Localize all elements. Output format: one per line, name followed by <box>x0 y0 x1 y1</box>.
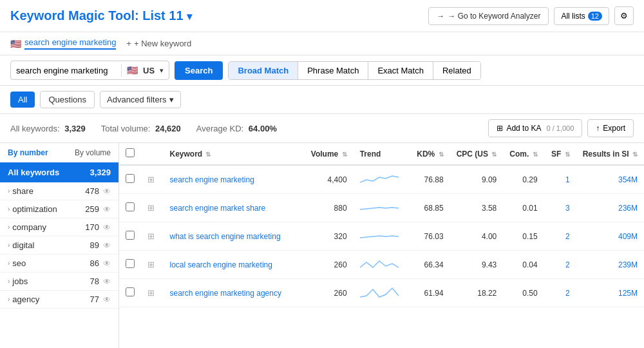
eye-icon[interactable]: 👁 <box>103 277 111 286</box>
row-checkbox[interactable] <box>126 287 135 296</box>
country-dropdown-icon[interactable]: ▾ <box>160 66 164 75</box>
row-add-cell: ⊞ <box>141 251 163 279</box>
eye-icon[interactable]: 👁 <box>103 223 111 232</box>
by-number-button[interactable]: By number <box>8 148 48 157</box>
results-sort-icon: ⇅ <box>632 151 638 158</box>
broad-match-button[interactable]: Broad Match <box>229 62 298 79</box>
col-header-keyword[interactable]: Keyword ⇅ <box>163 143 301 165</box>
eye-icon[interactable]: 👁 <box>103 187 111 196</box>
sf-link[interactable]: 2 <box>565 260 570 269</box>
row-sf-cell: 3 <box>544 194 576 222</box>
row-add-cell: ⊞ <box>141 194 163 222</box>
keyword-link[interactable]: search engine marketing <box>169 175 254 184</box>
add-to-list-icon[interactable]: ⊞ <box>147 175 155 184</box>
table-row: ⊞ what is search engine marketing 320 76… <box>119 222 644 251</box>
col-header-results[interactable]: Results in SI ⇅ <box>576 143 644 165</box>
add-to-list-icon[interactable]: ⊞ <box>147 231 155 241</box>
eye-icon[interactable]: 👁 <box>103 295 111 304</box>
col-header-com[interactable]: Com. ⇅ <box>503 143 544 165</box>
all-lists-button[interactable]: All lists 12 <box>554 7 609 25</box>
add-to-list-icon[interactable]: ⊞ <box>147 260 155 269</box>
eye-icon[interactable]: 👁 <box>103 259 111 268</box>
search-input[interactable] <box>16 66 116 75</box>
eye-icon[interactable]: 👁 <box>103 241 111 250</box>
phrase-match-button[interactable]: Phrase Match <box>298 62 368 79</box>
row-volume-cell: 260 <box>302 279 354 307</box>
row-com-cell: 0.15 <box>503 222 544 251</box>
sf-sort-icon: ⇅ <box>565 151 570 158</box>
row-com-cell: 0.04 <box>503 251 544 279</box>
row-sf-cell: 2 <box>544 279 576 307</box>
by-volume-button[interactable]: By volume <box>75 148 111 157</box>
settings-button[interactable]: ⚙ <box>614 6 634 25</box>
row-keyword-cell: search engine marketing <box>163 165 301 194</box>
row-cpc-cell: 3.58 <box>450 194 504 222</box>
keyword-link[interactable]: what is search engine marketing <box>169 232 280 241</box>
add-to-list-icon[interactable]: ⊞ <box>147 203 155 213</box>
advanced-filters-dropdown[interactable]: Advanced filters ▾ <box>100 91 181 108</box>
row-kd-cell: 76.88 <box>405 165 450 194</box>
row-kd-cell: 76.03 <box>405 222 450 251</box>
sidebar-item[interactable]: › company 170 👁 <box>0 218 118 237</box>
title-chevron[interactable]: ▾ <box>187 11 192 22</box>
export-button[interactable]: ↑ Export <box>587 119 634 137</box>
row-trend-cell <box>354 194 405 222</box>
sf-link[interactable]: 2 <box>565 289 570 298</box>
related-button[interactable]: Related <box>433 62 480 79</box>
col-header-volume[interactable]: Volume ⇅ <box>302 143 354 165</box>
col-header-sf[interactable]: SF ⇅ <box>544 143 576 165</box>
search-button[interactable]: Search <box>175 61 223 80</box>
keyword-link[interactable]: local search engine marketing <box>169 260 272 269</box>
chevron-right-icon: › <box>8 260 10 267</box>
questions-filter-button[interactable]: Questions <box>40 91 95 108</box>
com-sort-icon: ⇅ <box>533 151 538 158</box>
col-header-check <box>119 143 141 165</box>
chevron-right-icon: › <box>8 242 10 249</box>
keyword-link[interactable]: search engine marketing agency <box>169 289 281 298</box>
sidebar-item-count: 77 <box>90 295 99 304</box>
col-header-cpc[interactable]: CPC (US ⇅ <box>450 143 504 165</box>
sidebar-item[interactable]: › share 478 👁 <box>0 182 118 200</box>
sidebar-item-label: agency <box>12 295 39 304</box>
stats-info: All keywords: 3,329 Total volume: 24,620… <box>10 124 277 133</box>
sidebar-all-keywords[interactable]: All keywords 3,329 <box>0 162 118 182</box>
row-results-cell: 239M <box>576 251 644 279</box>
row-checkbox[interactable] <box>126 202 135 211</box>
sidebar-item[interactable]: › seo 86 👁 <box>0 255 118 273</box>
row-checkbox[interactable] <box>126 174 135 183</box>
sidebar-item[interactable]: › optimization 259 👁 <box>0 200 118 218</box>
chevron-right-icon: › <box>8 188 10 195</box>
results-link[interactable]: 236M <box>618 204 638 213</box>
row-checkbox-cell <box>119 194 141 222</box>
exact-match-button[interactable]: Exact Match <box>368 62 433 79</box>
sf-link[interactable]: 1 <box>565 175 570 184</box>
sidebar-item[interactable]: › digital 89 👁 <box>0 237 118 255</box>
go-to-keyword-analyzer-button[interactable]: → → Go to Keyword Analyzer <box>428 7 549 25</box>
sidebar-item[interactable]: › agency 77 👁 <box>0 291 118 309</box>
row-checkbox[interactable] <box>126 231 135 240</box>
col-header-kd[interactable]: KD% ⇅ <box>405 143 450 165</box>
stats-bar: All keywords: 3,329 Total volume: 24,620… <box>0 114 644 143</box>
results-link[interactable]: 125M <box>618 289 638 298</box>
row-checkbox[interactable] <box>126 259 135 268</box>
add-to-ka-button[interactable]: ⊞ Add to KA 0 / 1,000 <box>488 119 582 137</box>
col-header-add <box>141 143 163 165</box>
eye-icon[interactable]: 👁 <box>103 205 111 214</box>
row-trend-cell <box>354 222 405 251</box>
sf-link[interactable]: 3 <box>565 204 570 213</box>
keyword-link[interactable]: search engine market share <box>169 204 265 213</box>
sf-link[interactable]: 2 <box>565 232 570 241</box>
row-results-cell: 354M <box>576 165 644 194</box>
select-all-checkbox[interactable] <box>126 148 135 157</box>
results-link[interactable]: 409M <box>618 232 638 241</box>
add-to-list-icon[interactable]: ⊞ <box>147 288 155 298</box>
all-filter-button[interactable]: All <box>10 92 35 108</box>
results-link[interactable]: 239M <box>618 260 638 269</box>
table-row: ⊞ search engine market share 880 68.85 3… <box>119 194 644 222</box>
header: Keyword Magic Tool: List 11 ▾ → → Go to … <box>0 0 644 32</box>
new-keyword-button[interactable]: + + New keyword <box>126 39 191 48</box>
keyword-tab[interactable]: 🇺🇸 search engine marketing <box>10 37 116 50</box>
row-kd-cell: 66.34 <box>405 251 450 279</box>
results-link[interactable]: 354M <box>618 175 638 184</box>
sidebar-item[interactable]: › jobs 78 👁 <box>0 273 118 291</box>
